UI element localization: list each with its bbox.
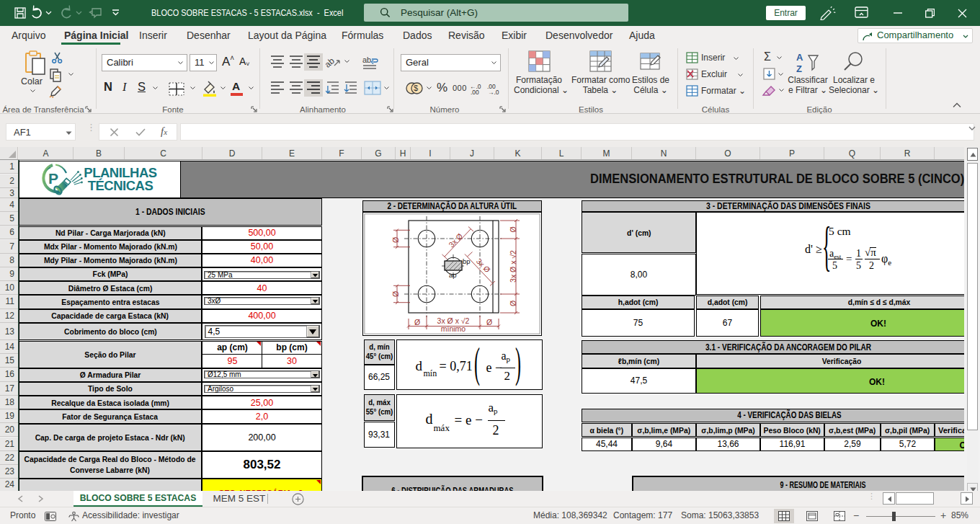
svg-text:ab: ab xyxy=(362,55,371,64)
svg-text:3x Ø x √2: 3x Ø x √2 xyxy=(508,250,517,283)
svg-text:Ø: Ø xyxy=(509,301,517,306)
svg-text:.00: .00 xyxy=(471,89,479,95)
svg-text:P: P xyxy=(48,170,58,187)
svg-text:Ø: Ø xyxy=(486,318,491,327)
svg-text:ap: ap xyxy=(449,271,457,279)
svg-text:A: A xyxy=(796,52,803,63)
svg-text:ab: ab xyxy=(326,55,337,70)
svg-text:$: $ xyxy=(414,84,418,92)
svg-text:Ø: Ø xyxy=(391,237,400,243)
svg-text:3x Ø: 3x Ø xyxy=(447,231,464,249)
svg-text:Ø: Ø xyxy=(508,227,517,233)
svg-text:Z: Z xyxy=(796,63,802,74)
svg-text:→.0: →.0 xyxy=(488,89,499,95)
svg-text:Ø: Ø xyxy=(414,318,419,327)
svg-text:Ø: Ø xyxy=(391,291,400,297)
svg-text:mínimo: mínimo xyxy=(440,324,466,333)
svg-text:3x Ø: 3x Ø xyxy=(474,257,491,274)
